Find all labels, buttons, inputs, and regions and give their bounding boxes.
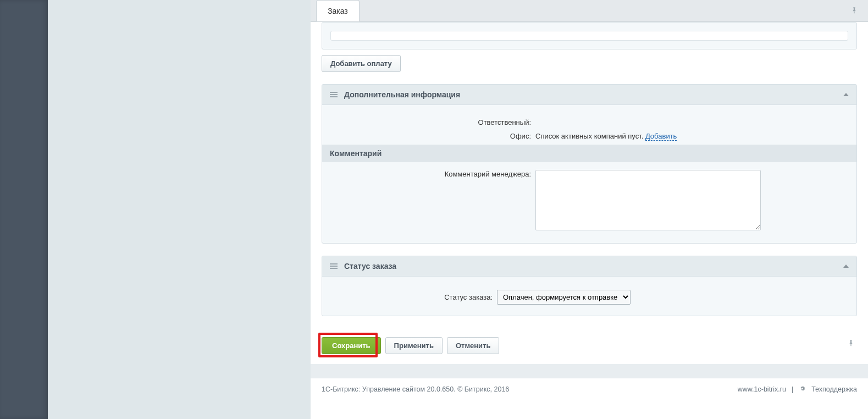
nav-rail	[0, 0, 48, 419]
footer-gap	[311, 364, 868, 378]
cancel-button-label: Отменить	[456, 341, 491, 350]
panel-extra-info: Дополнительная информация Ответственный:…	[322, 84, 857, 244]
collapse-icon[interactable]	[843, 93, 849, 96]
pin-icon[interactable]	[847, 339, 855, 349]
office-text: Список активных компаний пуст.	[535, 132, 643, 140]
footer-site-link[interactable]: www.1c-bitrix.ru	[738, 385, 786, 393]
panel-order-status: Статус заказа Статус заказа: Оплачен, фо…	[322, 256, 857, 316]
drag-icon	[330, 91, 338, 98]
footer-copyright: 1С-Битрикс: Управление сайтом 20.0.650. …	[322, 385, 509, 393]
tab-order[interactable]: Заказ	[316, 0, 360, 21]
office-label: Офис:	[332, 130, 535, 140]
panel-extra-body: Ответственный: Офис: Список активных ком…	[322, 105, 856, 243]
save-button[interactable]: Сохранить	[322, 337, 381, 354]
main-pane: Заказ Добавить оплату Дополнительная инф…	[311, 0, 868, 419]
left-pane	[48, 0, 311, 419]
tab-bar: Заказ	[311, 0, 868, 22]
office-add-link[interactable]: Добавить	[645, 132, 677, 141]
apply-button[interactable]: Применить	[385, 337, 443, 354]
footer-separator: |	[792, 385, 793, 393]
panel-extra-head[interactable]: Дополнительная информация	[322, 85, 856, 105]
payment-block-inner	[330, 31, 848, 41]
action-bar: Сохранить Применить Отменить	[311, 327, 868, 364]
comment-label: Комментарий менеджера:	[332, 168, 535, 178]
collapse-icon[interactable]	[843, 264, 849, 268]
payment-block	[322, 22, 857, 49]
footer: 1С-Битрикс: Управление сайтом 20.0.650. …	[311, 378, 868, 400]
comment-section-header: Комментарий	[322, 145, 856, 162]
panel-status-head[interactable]: Статус заказа	[322, 256, 856, 277]
office-value: Список активных компаний пуст. Добавить	[535, 130, 847, 140]
add-payment-button[interactable]: Добавить оплату	[322, 55, 401, 72]
panel-status-title: Статус заказа	[344, 262, 396, 271]
tab-order-label: Заказ	[328, 7, 348, 15]
responsible-value	[535, 116, 847, 118]
panel-status-body: Статус заказа: Оплачен, формируется к от…	[322, 277, 856, 316]
footer-support-link[interactable]: Техподдержка	[811, 385, 857, 393]
panel-extra-title: Дополнительная информация	[344, 90, 460, 99]
cancel-button[interactable]: Отменить	[447, 337, 500, 354]
save-button-label: Сохранить	[332, 341, 371, 350]
pin-icon[interactable]	[850, 7, 858, 16]
gear-icon[interactable]	[799, 385, 806, 394]
drag-icon	[330, 262, 338, 270]
add-payment-label: Добавить оплату	[330, 59, 392, 68]
order-status-select[interactable]: Оплачен, формируется к отправке	[497, 290, 631, 305]
apply-button-label: Применить	[394, 341, 434, 350]
responsible-label: Ответственный:	[332, 116, 535, 126]
content-area: Добавить оплату Дополнительная информаци…	[311, 22, 868, 419]
manager-comment-textarea[interactable]	[535, 170, 761, 230]
status-label: Статус заказа:	[332, 291, 497, 301]
